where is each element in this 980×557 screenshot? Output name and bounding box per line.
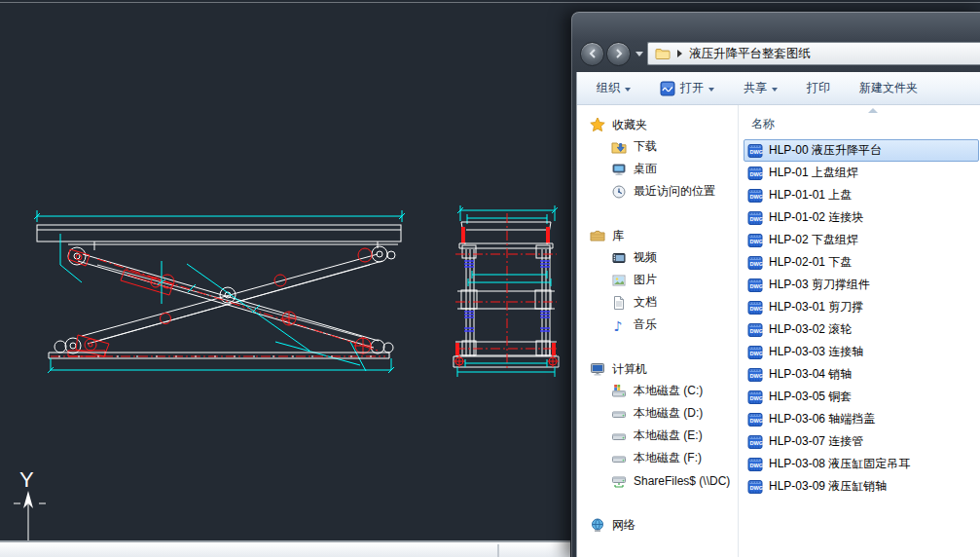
share-button[interactable]: 共享 [744, 80, 778, 96]
dwg-icon: DWG [747, 143, 763, 159]
dwg-icon: DWG [747, 188, 763, 204]
disk-c-icon [611, 384, 627, 399]
new-folder-button[interactable]: 新建文件夹 [859, 80, 918, 96]
svg-text:♪: ♪ [614, 317, 623, 333]
svg-text:DWG: DWG [749, 194, 763, 200]
sidebar-item-disk-c[interactable]: 本地磁盘 (C:) [577, 380, 738, 402]
ucs-icon: Y [14, 467, 46, 541]
sidebar-item-recent[interactable]: 最近访问的位置 [577, 180, 738, 203]
dwg-icon: DWG [747, 166, 763, 181]
svg-text:DWG: DWG [749, 261, 763, 267]
sidebar-item-disk[interactable]: 本地磁盘 (F:) [577, 447, 738, 469]
disk-icon [611, 406, 627, 422]
download-icon [611, 139, 627, 155]
breadcrumb-caret[interactable] [677, 50, 682, 57]
music-icon: ♪ [611, 317, 627, 333]
explorer-content: 组织 打开 共享 打印 新建文件夹 收藏夹下载桌面最近访问的位置库视频图片文档♪… [576, 72, 980, 557]
file-row[interactable]: DWGHLP-03-01 剪刀撑 [744, 296, 979, 318]
cad-viewport[interactable]: Y [0, 0, 571, 541]
file-row[interactable]: DWGHLP-03-03 连接轴 [744, 341, 979, 363]
address-bar[interactable]: 液压升降平台整套图纸 [647, 42, 980, 65]
dwg-icon: DWG [747, 300, 763, 316]
open-app-icon [660, 81, 675, 96]
dwg-icon: DWG [747, 345, 763, 360]
svg-text:DWG: DWG [749, 485, 763, 491]
file-list: DWGHLP-00 液压升降平台DWGHLP-01 上盘组焊DWGHLP-01-… [744, 139, 980, 498]
sidebar-section-network[interactable]: 网络 [577, 514, 738, 536]
dwg-icon: DWG [747, 322, 763, 338]
sidebar-item-download[interactable]: 下载 [577, 135, 738, 158]
file-row[interactable]: DWGHLP-03 剪刀撑组件 [744, 274, 979, 296]
sidebar-item-network-drive[interactable]: ShareFiles$ (\\DC) [577, 469, 738, 492]
file-row[interactable]: DWGHLP-01-01 上盘 [744, 184, 979, 206]
dwg-icon: DWG [747, 457, 763, 472]
dwg-icon: DWG [747, 278, 763, 293]
organize-button[interactable]: 组织 [597, 80, 631, 96]
sidebar-item-music[interactable]: ♪音乐 [577, 314, 738, 336]
dwg-icon: DWG [747, 255, 763, 271]
file-row[interactable]: DWGHLP-03-07 连接管 [744, 430, 979, 453]
sidebar-item-disk[interactable]: 本地磁盘 (D:) [577, 402, 738, 425]
svg-text:DWG: DWG [749, 351, 763, 356]
sidebar-item-disk[interactable]: 本地磁盘 (E:) [577, 425, 738, 447]
sidebar-section-star[interactable]: 收藏夹 [577, 114, 738, 135]
forward-arrow-icon [613, 48, 625, 59]
print-button[interactable]: 打印 [807, 80, 830, 96]
desktop-icon [611, 162, 627, 177]
file-row[interactable]: DWGHLP-03-04 销轴 [744, 363, 979, 386]
explorer-main: 收藏夹下载桌面最近访问的位置库视频图片文档♪音乐计算机本地磁盘 (C:)本地磁盘… [577, 105, 980, 557]
ucs-y-axis-label: Y [19, 467, 34, 492]
sidebar-section-library[interactable]: 库 [577, 225, 738, 246]
svg-text:DWG: DWG [749, 463, 763, 468]
svg-text:DWG: DWG [749, 283, 763, 289]
explorer-navbar: 液压升降平台整套图纸 [580, 39, 980, 68]
sidebar: 收藏夹下载桌面最近访问的位置库视频图片文档♪音乐计算机本地磁盘 (C:)本地磁盘… [577, 105, 738, 557]
column-header-name[interactable]: 名称 [744, 105, 980, 139]
folder-icon [655, 46, 671, 61]
sidebar-item-desktop[interactable]: 桌面 [577, 158, 738, 180]
file-row[interactable]: DWGHLP-03-06 轴端挡盖 [744, 408, 979, 430]
file-row[interactable]: DWGHLP-02-01 下盘 [744, 251, 979, 274]
dwg-icon: DWG [747, 210, 763, 226]
network-icon [590, 517, 605, 533]
chevron-down-icon [625, 88, 631, 92]
dwg-icon: DWG [747, 367, 763, 383]
explorer-window: 液压升降平台整套图纸 组织 打开 共享 打印 新建文件夹 [570, 11, 980, 557]
back-arrow-icon [587, 48, 599, 59]
svg-text:DWG: DWG [749, 395, 763, 401]
open-button[interactable]: 打开 [660, 80, 714, 96]
file-row-selected[interactable]: DWGHLP-00 液压升降平台 [744, 139, 979, 162]
sidebar-item-video[interactable]: 视频 [577, 246, 738, 269]
chevron-down-icon [708, 88, 714, 92]
recent-icon [611, 184, 627, 200]
history-dropdown-caret[interactable] [635, 52, 643, 56]
file-row[interactable]: DWGHLP-03-05 铜套 [744, 386, 979, 408]
star-icon [590, 117, 605, 132]
file-row[interactable]: DWGHLP-01-02 连接块 [744, 206, 979, 229]
disk-icon [611, 428, 627, 444]
file-row[interactable]: DWGHLP-01 上盘组焊 [744, 162, 979, 184]
svg-text:DWG: DWG [749, 149, 763, 155]
file-row[interactable]: DWGHLP-03-02 滚轮 [744, 318, 979, 341]
document-icon [611, 295, 627, 311]
dwg-icon: DWG [747, 233, 763, 248]
breadcrumb[interactable]: 液压升降平台整套图纸 [689, 46, 811, 62]
file-pane: 名称 DWGHLP-00 液压升降平台DWGHLP-01 上盘组焊DWGHLP-… [739, 105, 980, 557]
file-row[interactable]: DWGHLP-03-08 液压缸固定吊耳 [744, 453, 979, 475]
cad-side-view [454, 205, 559, 377]
forward-button[interactable] [606, 42, 631, 66]
sort-ascending-icon [868, 108, 878, 113]
file-row[interactable]: DWGHLP-03-09 液压缸销轴 [744, 475, 979, 498]
dwg-icon: DWG [747, 390, 763, 405]
cad-front-view [34, 210, 405, 373]
sidebar-item-document[interactable]: 文档 [577, 291, 738, 314]
sidebar-section-computer[interactable]: 计算机 [577, 358, 738, 380]
cad-drawing: Y [0, 0, 571, 541]
chevron-down-icon [772, 88, 778, 92]
svg-text:DWG: DWG [749, 418, 763, 424]
back-button[interactable] [580, 42, 604, 66]
sidebar-item-picture[interactable]: 图片 [577, 269, 738, 291]
file-row[interactable]: DWGHLP-02 下盘组焊 [744, 229, 979, 251]
dwg-icon: DWG [747, 434, 763, 450]
svg-text:DWG: DWG [749, 171, 763, 177]
